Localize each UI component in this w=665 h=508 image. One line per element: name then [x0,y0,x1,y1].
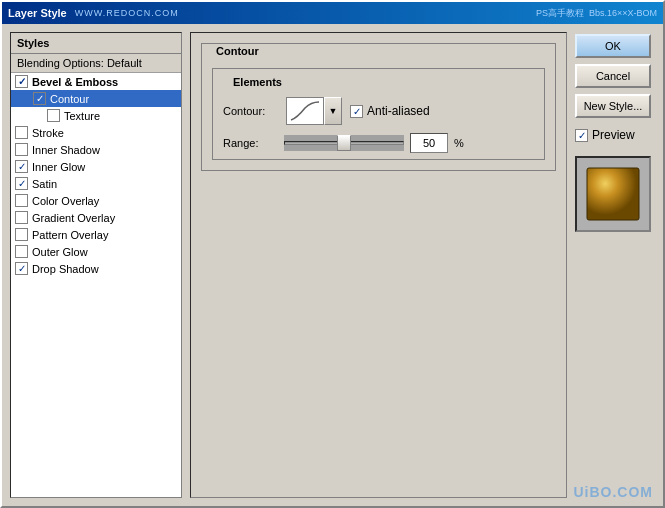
style-item-gradient-overlay[interactable]: Gradient Overlay [11,209,181,226]
preview-label: Preview [592,128,635,142]
slider-thumb[interactable] [337,135,351,151]
group-title: Contour [212,45,263,57]
right-panel: OK Cancel New Style... Preview [575,32,655,498]
style-label-bevel-emboss: Bevel & Emboss [32,76,118,88]
styles-panel-header: Styles [11,33,181,54]
contour-dropdown-button[interactable]: ▼ [324,97,342,125]
range-slider-track[interactable] [284,135,404,151]
style-label-gradient-overlay: Gradient Overlay [32,212,115,224]
checkbox-contour[interactable] [33,92,46,105]
checkbox-satin[interactable] [15,177,28,190]
blending-options[interactable]: Blending Options: Default [11,54,181,73]
checkbox-anti-aliased[interactable] [350,105,363,118]
style-item-pattern-overlay[interactable]: Pattern Overlay [11,226,181,243]
cancel-button[interactable]: Cancel [575,64,651,88]
range-slider[interactable] [284,135,404,151]
checkbox-inner-shadow[interactable] [15,143,28,156]
anti-alias-label: Anti-aliased [367,104,430,118]
style-item-texture[interactable]: Texture [11,107,181,124]
style-item-outer-glow[interactable]: Outer Glow [11,243,181,260]
main-content: Contour Elements Contour: [190,32,567,498]
style-item-drop-shadow[interactable]: Drop Shadow [11,260,181,277]
style-item-contour[interactable]: Contour [11,90,181,107]
title-bar: Layer Style WWW.REDOCN.COM PS高手教程 Bbs.16… [2,2,663,24]
style-label-pattern-overlay: Pattern Overlay [32,229,108,241]
ok-button[interactable]: OK [575,34,651,58]
preview-row: Preview [575,128,655,142]
checkbox-inner-glow[interactable] [15,160,28,173]
group-content: Elements Contour: [202,58,555,170]
styles-panel: Styles Blending Options: Default Bevel &… [10,32,182,498]
checkbox-drop-shadow[interactable] [15,262,28,275]
checkbox-color-overlay[interactable] [15,194,28,207]
contour-picker: ▼ [286,97,342,125]
new-style-button[interactable]: New Style... [575,94,651,118]
style-label-color-overlay: Color Overlay [32,195,99,207]
style-label-stroke: Stroke [32,127,64,139]
dialog-title: Layer Style [8,7,67,19]
style-label-contour: Contour [50,93,89,105]
layer-style-dialog: Layer Style WWW.REDOCN.COM PS高手教程 Bbs.16… [0,0,665,508]
checkbox-gradient-overlay[interactable] [15,211,28,224]
checkbox-pattern-overlay[interactable] [15,228,28,241]
style-item-color-overlay[interactable]: Color Overlay [11,192,181,209]
elements-subgroup: Elements Contour: [212,68,545,160]
checkbox-stroke[interactable] [15,126,28,139]
checkbox-bevel-emboss[interactable] [15,75,28,88]
anti-alias-row: Anti-aliased [350,104,430,118]
percent-label: % [454,137,464,149]
svg-rect-1 [587,168,639,220]
contour-row: Contour: ▼ [223,97,534,125]
checkbox-texture[interactable] [47,109,60,122]
checkbox-outer-glow[interactable] [15,245,28,258]
style-list: Bevel & Emboss Contour Texture Stroke [11,73,181,497]
contour-curve-svg [289,100,321,122]
dialog-body: Styles Blending Options: Default Bevel &… [2,24,663,506]
style-item-bevel-emboss[interactable]: Bevel & Emboss [11,73,181,90]
style-item-inner-shadow[interactable]: Inner Shadow [11,141,181,158]
preview-image-svg [583,164,643,224]
style-item-satin[interactable]: Satin [11,175,181,192]
contour-label: Contour: [223,105,278,117]
style-label-inner-glow: Inner Glow [32,161,85,173]
ps-version: PS高手教程 Bbs.16××X-BOM [536,7,657,20]
style-item-inner-glow[interactable]: Inner Glow [11,158,181,175]
style-label-inner-shadow: Inner Shadow [32,144,100,156]
range-label: Range: [223,137,278,149]
style-item-stroke[interactable]: Stroke [11,124,181,141]
watermark-top: WWW.REDOCN.COM [75,8,179,18]
style-label-outer-glow: Outer Glow [32,246,88,258]
style-label-texture: Texture [64,110,100,122]
range-value-input[interactable] [410,133,448,153]
watermark-bottom: UiBO.COM [573,484,653,500]
contour-group: Contour Elements Contour: [201,43,556,171]
contour-preview-box[interactable] [286,97,324,125]
preview-box [575,156,651,232]
style-label-drop-shadow: Drop Shadow [32,263,99,275]
checkbox-preview[interactable] [575,129,588,142]
style-label-satin: Satin [32,178,57,190]
sub-group-title: Elements [229,76,286,88]
range-row: Range: % [223,133,534,153]
